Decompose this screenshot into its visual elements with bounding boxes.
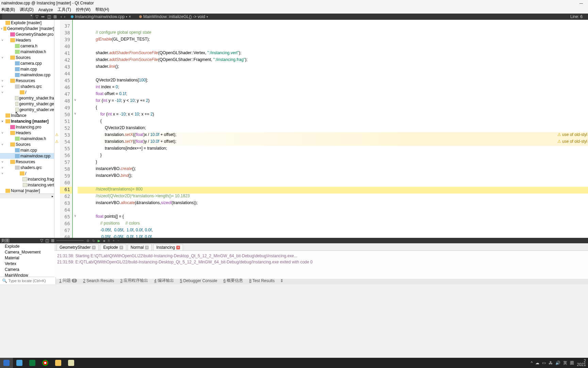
taskbar-app-edge[interactable]	[13, 358, 26, 368]
close-icon[interactable]: ×	[145, 246, 149, 249]
code-line[interactable]	[78, 207, 588, 214]
code-line[interactable]: float points[] = {	[78, 214, 588, 221]
open-doc-item[interactable]: Vertex	[0, 261, 54, 266]
tree-item[interactable]: mainwindow.h	[0, 136, 54, 141]
output-tab[interactable]: GeometryShader×	[56, 244, 99, 250]
close-icon[interactable]: ×	[119, 246, 123, 249]
code-line[interactable]: shader.addShaderFromSourceFile(QOpenGLSh…	[78, 50, 588, 57]
output-attach-icon[interactable]: ⎘	[108, 239, 110, 243]
tree-item[interactable]: geomtry_shader.ve	[0, 107, 54, 112]
output-add-icon[interactable]: +	[113, 239, 115, 243]
close-icon[interactable]: ×	[176, 246, 180, 249]
output-run-icon[interactable]: ▶	[98, 239, 100, 243]
nav-fwd-icon[interactable]: ›	[64, 14, 65, 19]
tree-item[interactable]: vSources	[0, 141, 54, 147]
status-pane-button[interactable]: 2 Search Results	[83, 278, 114, 283]
close-icon[interactable]: ×	[92, 246, 96, 249]
status-pane-button[interactable]: 4 编译输出	[154, 278, 174, 283]
project-selector-dropdown[interactable]	[2, 14, 33, 19]
tray-clock[interactable]: 2 2021	[577, 359, 586, 367]
taskbar-app-explorer[interactable]	[52, 358, 65, 368]
tree-item[interactable]: vResources	[0, 78, 54, 83]
tree-item[interactable]: camera.cpp	[0, 60, 54, 66]
tree-item[interactable]: main.cpp	[0, 66, 54, 72]
status-expand-icon[interactable]: ⇕	[280, 278, 283, 283]
code-line[interactable]: instanceVBO.bind();	[78, 173, 588, 180]
output-tab[interactable]: Explode×	[100, 244, 126, 250]
tree-item[interactable]: vGeometryShader [master]	[0, 26, 54, 31]
dropdown-icon[interactable]: ▾	[126, 15, 127, 18]
code-line[interactable]: QVector2D translations[100];	[78, 78, 588, 85]
tray-ime-mode[interactable]: 圕	[570, 360, 574, 366]
taskbar-app-excel[interactable]	[26, 358, 39, 368]
opendocs-filter-icon[interactable]: ▽	[40, 238, 43, 243]
output-stop-icon[interactable]: ■	[103, 239, 105, 243]
locator-input[interactable]	[9, 279, 55, 283]
tree-item[interactable]: main.cpp	[0, 147, 54, 153]
code-line[interactable]: instanceVBO.allocate(&translations,sizeo…	[78, 200, 588, 207]
code-line[interactable]: //sizeof(QVector2D)*translations->length…	[78, 194, 588, 200]
taskbar-app-notepad[interactable]	[65, 358, 78, 368]
code-line[interactable]: translations[index++] = translation;	[78, 146, 588, 153]
tree-item[interactable]: vshaders.qrc	[0, 83, 54, 89]
tree-item[interactable]: mainwindow.cpp	[0, 72, 54, 78]
tray-ime-lang[interactable]: 英	[563, 360, 567, 366]
code-line[interactable]	[78, 180, 588, 187]
code-line[interactable]	[78, 71, 588, 78]
code-line[interactable]: // positions // colors	[78, 221, 588, 228]
menu-analyze[interactable]: Analyze	[38, 7, 53, 12]
output-dropdown-icon[interactable]	[56, 240, 84, 241]
status-pane-button[interactable]: 5 Debugger Console	[180, 278, 217, 283]
code-line[interactable]	[78, 23, 588, 30]
taskbar-app-m[interactable]	[0, 358, 13, 368]
code-line[interactable]: -0.05f, 0.05f, 1.0f, 0.0f, 0.0f,	[78, 228, 588, 234]
output-settings-icon[interactable]: ⚙	[86, 239, 89, 243]
symbol-breadcrumb[interactable]: MainWindow::initializeGL() -> void	[139, 14, 205, 19]
opendocs-split-icon[interactable]: ◫	[45, 238, 49, 243]
open-doc-item[interactable]: Camera_Movement	[0, 249, 54, 255]
link-icon[interactable]: ⇔	[40, 14, 46, 19]
fold-toggle[interactable]: v	[73, 98, 78, 105]
filter-icon[interactable]: ▽	[34, 14, 39, 19]
output-rerun-icon[interactable]: ↻	[92, 239, 95, 243]
menu-build[interactable]: 构建(B)	[1, 7, 15, 13]
tray-volume-icon[interactable]: 🔊	[555, 361, 560, 365]
tray-display-icon[interactable]: ▭	[542, 361, 546, 365]
menu-help[interactable]: 帮助(H)	[95, 7, 109, 13]
file-close-icon[interactable]: ×	[129, 14, 131, 19]
tree-item[interactable]: vSources	[0, 55, 54, 60]
nav-back-icon[interactable]: ‹	[61, 14, 62, 19]
open-doc-item[interactable]: Material	[0, 255, 54, 261]
tree-item[interactable]: vshaders.qrc	[0, 165, 54, 170]
status-pane-button[interactable]: 8 Test Results	[249, 278, 275, 283]
code-line[interactable]: {	[78, 105, 588, 112]
code-line[interactable]: {	[78, 119, 588, 125]
project-tree[interactable]: Explode [master]vGeometryShader [master]…	[0, 20, 54, 238]
code-line[interactable]: instanceVBO.create();	[78, 166, 588, 173]
tree-item[interactable]: geomtry_shader.ge	[0, 101, 54, 107]
code-line[interactable]: for (int y = -10; y < 10; y += 2)	[78, 98, 588, 105]
fold-gutter[interactable]: vvv	[73, 20, 78, 238]
code-editor[interactable]: // configure global opengl state glEnabl…	[78, 20, 588, 238]
status-pane-button[interactable]: 6 概要信息	[223, 278, 243, 283]
code-line[interactable]: int index = 0;	[78, 85, 588, 91]
tree-item[interactable]: vInstancing [master]	[0, 118, 54, 124]
menu-tools[interactable]: 工具(T)	[58, 7, 71, 13]
tree-item[interactable]: vHeaders	[0, 130, 54, 136]
tree-item[interactable]: camera.h	[0, 43, 54, 49]
open-doc-item[interactable]: Explode	[0, 243, 54, 249]
output-tab[interactable]: Instancing×	[153, 244, 183, 250]
tree-item[interactable]: mainwindow.h	[0, 49, 54, 55]
code-line[interactable]: glEnable(GL_DEPTH_TEST);	[78, 37, 588, 44]
breadcrumb-dropdown-icon[interactable]: ▾	[207, 15, 208, 18]
opendocs-more-icon[interactable]: ⊞	[51, 238, 54, 243]
tree-item[interactable]: Explode [master]	[0, 20, 54, 26]
more-icon[interactable]: ⊞	[52, 14, 58, 19]
code-line[interactable]: 0.05f, -0.05f, 0.0f, 1.0f, 0.0f,	[78, 234, 588, 238]
output-text[interactable]: 21:31:38: Starting E:\QTLab\QtWithOpenGL…	[54, 251, 588, 279]
open-documents-list[interactable]: ExplodeCamera_MovementMaterialVertexCame…	[0, 243, 54, 277]
code-line[interactable]: QVector2D translation;	[78, 125, 588, 132]
code-line[interactable]: // configure global opengl state	[78, 30, 588, 37]
tree-h-scrollbar[interactable]: ▸	[0, 194, 54, 198]
code-line[interactable]: translation.setY((float)y / 10.0f + offs…	[78, 139, 588, 146]
